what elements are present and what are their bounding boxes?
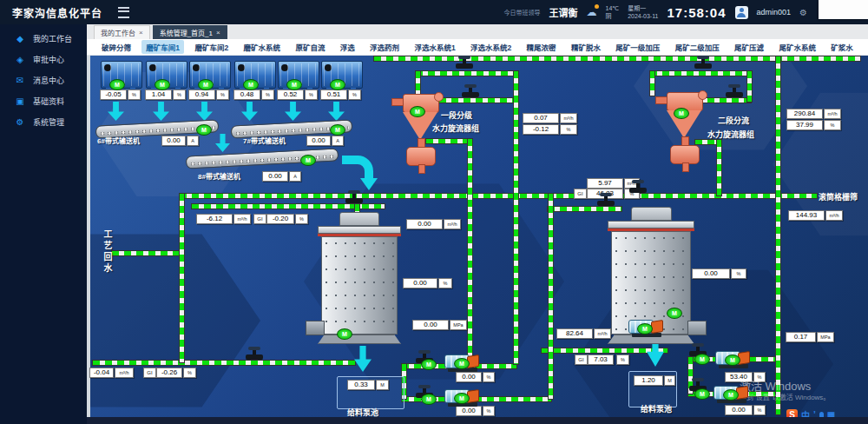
settings-gear-icon[interactable]: ⚙	[799, 8, 807, 17]
flow-arrow-down	[328, 102, 345, 121]
menu-crushing[interactable]: 破碎分筛	[97, 40, 135, 54]
gi-box: GI	[143, 368, 156, 378]
username: admin001	[757, 8, 792, 17]
menu-tailings-stage2[interactable]: 尾矿二级加压	[671, 40, 724, 54]
conveyor-8-gauge: 0.00	[262, 171, 288, 182]
pipe-segment	[746, 70, 753, 103]
punctuation-icon[interactable]: ’	[813, 410, 816, 417]
pipe-segment	[373, 56, 861, 62]
valve-icon[interactable]	[456, 63, 473, 69]
windows-watermark-line2: 转到"设置"以激活 Windows。	[740, 392, 830, 401]
menu-slurry-water[interactable]: 矿浆水	[826, 40, 858, 54]
valve-icon[interactable]	[726, 92, 743, 97]
header-right-cluster: 今日带班领导 王谓衡 ☁ 14℃ 阴 星期一 2024-03-11 17:58:…	[504, 4, 808, 20]
microphone-icon[interactable]	[819, 412, 824, 418]
motor-badge: M	[109, 79, 125, 90]
valve-icon[interactable]	[629, 188, 647, 193]
unit-box: m³/h	[825, 210, 843, 221]
motor-badge: M	[330, 79, 345, 90]
menu-toggle-icon[interactable]	[118, 7, 129, 18]
date-info: 星期一 2024-03-11	[628, 4, 658, 20]
chinese-mode-icon[interactable]: 中	[801, 408, 810, 417]
unit-box: m³/h	[824, 109, 841, 119]
valve-icon[interactable]	[246, 354, 263, 360]
date: 2024-03-11	[628, 12, 658, 20]
scada-canvas: M M M M M M -0.05 % 1.04 % 0.94 % 0.48 %…	[87, 56, 868, 417]
cyclone1-label-1: 一段分级	[441, 109, 472, 121]
motor-badge: M	[196, 124, 212, 136]
valve-icon[interactable]	[694, 63, 712, 69]
gauge-pumpc2: 0.00	[456, 406, 482, 416]
menu-flotation-water-1[interactable]: 浮选水系统1	[410, 40, 459, 54]
gauge-rmill-flow: 5.97	[587, 178, 623, 189]
ime-toolbar: S 中 ’ ▦	[786, 408, 835, 417]
motor-badge: M	[155, 79, 170, 90]
conveyor-8-label: 8#带式输送机	[198, 171, 240, 181]
gauge-bcenter-gi: 7.03	[588, 354, 614, 365]
sidebar-item-approval[interactable]: ◈ 审批中心	[0, 49, 87, 70]
conveyor-7-label: 7#带式输送机	[243, 136, 286, 145]
motor-badge: M	[667, 308, 682, 319]
motor-badge: M	[286, 79, 302, 90]
ball-mill-left[interactable]	[318, 212, 401, 344]
menu-mill-shop-2[interactable]: 磨矿车间2	[190, 40, 233, 54]
process-water-label: 工艺回水	[101, 229, 114, 275]
basedata-icon: ▣	[15, 96, 25, 106]
sogou-icon[interactable]: S	[786, 409, 798, 417]
menu-flotation-reagent[interactable]: 浮选药剂	[365, 40, 404, 54]
tab-system-home[interactable]: 系统管理_首页_1 ×	[153, 25, 227, 39]
clock: 17:58:04	[667, 5, 726, 20]
unit-box: %	[216, 89, 229, 100]
unit-box: %	[616, 354, 629, 365]
sidebar-item-basedata[interactable]: ▣ 基础资料	[0, 90, 87, 111]
menu-thickening[interactable]: 精尾浓密	[523, 40, 561, 54]
menu-tailings-filter[interactable]: 尾矿压滤	[730, 40, 768, 54]
pipe-segment	[649, 70, 753, 76]
app-window: 李家沟信息化平台 今日带班领导 王谓衡 ☁ 14℃ 阴 星期一 2024-03-…	[0, 0, 868, 424]
unit-box: %	[305, 89, 318, 100]
menu-tailings-stage1[interactable]: 尾矿一级加压	[611, 40, 664, 54]
gauge-bleft-flow: -0.04	[89, 368, 114, 378]
menu-dewatering[interactable]: 精矿脱水	[567, 40, 605, 54]
unit-box: A	[289, 171, 301, 182]
close-icon[interactable]: ×	[139, 29, 143, 36]
gauge-cy2-flow: 290.84	[786, 109, 823, 119]
valve-icon[interactable]	[462, 92, 479, 97]
gauge-lmill-mpa: 0.00	[412, 320, 449, 330]
menu-tailings-water[interactable]: 尾矿水系统	[774, 40, 820, 54]
handwriting-icon[interactable]: ▦	[827, 410, 835, 417]
sidebar: ◆ 我的工作台 ◈ 审批中心 ✉ 消息中心 ▣ 基础资料 ⚙ 系统管理	[0, 24, 87, 424]
gauge-right-mpa: 0.17	[786, 332, 816, 342]
gauge-cy1-flow: 0.07	[523, 113, 559, 123]
canvas-left-edge	[87, 56, 90, 417]
sidebar-item-message[interactable]: ✉ 消息中心	[0, 70, 87, 90]
gauge-rmill-pct: 0.00	[692, 268, 730, 279]
sidebar-item-workbench[interactable]: ◆ 我的工作台	[0, 28, 87, 49]
menu-mill-water[interactable]: 磨矿水系统	[240, 40, 286, 54]
feed-pool-right-label: 给料泵池	[641, 403, 672, 414]
unit-box: A	[332, 136, 344, 146]
menu-flotation[interactable]: 浮选	[336, 40, 359, 54]
gauge-pumpc1: 0.00	[456, 372, 482, 382]
hydrocyclone-stage2[interactable]	[663, 89, 707, 172]
valve-icon[interactable]	[597, 201, 615, 206]
pipe-segment	[649, 70, 655, 96]
feeder-gauge: -0.05	[100, 89, 127, 100]
close-icon[interactable]: ×	[216, 29, 220, 36]
hydrocyclone-stage1[interactable]	[399, 90, 443, 174]
pipe-segment	[467, 138, 473, 366]
gauge-pumpr2: 0.00	[725, 405, 753, 415]
menu-flotation-water-2[interactable]: 浮选水系统2	[466, 40, 516, 54]
tab-workbench[interactable]: 我的工作台 ×	[94, 25, 150, 39]
valve-icon[interactable]	[345, 198, 363, 203]
unit-box: A	[187, 136, 199, 146]
pipe-segment	[111, 250, 182, 256]
sidebar-item-system[interactable]: ⚙ 系统管理	[0, 111, 87, 132]
unit-box: %	[183, 368, 196, 378]
unit-box: MPa	[450, 320, 467, 330]
menu-mill-shop-1[interactable]: 磨矿车间1	[141, 40, 184, 54]
unit-box: %	[348, 89, 361, 100]
gi-box: GI	[253, 214, 266, 224]
menu-ore-gravity[interactable]: 原矿自流	[291, 40, 329, 54]
conveyor-6-gauge: 0.00	[161, 136, 186, 146]
